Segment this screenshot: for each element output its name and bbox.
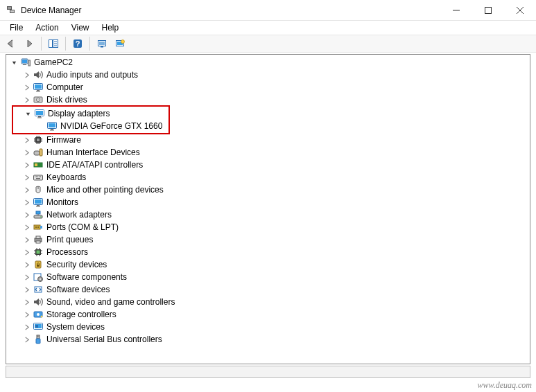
tree-item[interactable]: Computer xyxy=(6,81,530,93)
storage-icon xyxy=(33,309,44,320)
expand-arrow-icon[interactable] xyxy=(21,260,31,269)
maximize-button[interactable] xyxy=(472,0,504,21)
svg-point-27 xyxy=(37,99,38,100)
app-icon xyxy=(6,5,17,16)
svg-rect-59 xyxy=(36,177,37,177)
toolbar-separator xyxy=(41,37,42,51)
tree-item[interactable]: Mice and other pointing devices xyxy=(6,184,530,196)
svg-text:?: ? xyxy=(76,39,80,48)
tree-item[interactable]: Software devices xyxy=(6,283,530,296)
tree-item[interactable]: Keyboards xyxy=(6,171,530,184)
tree-item-label: Audio inputs and outputs xyxy=(46,70,138,80)
softdev-icon xyxy=(33,284,44,295)
menu-view[interactable]: View xyxy=(66,22,95,33)
svg-rect-1 xyxy=(485,7,492,13)
pc-icon xyxy=(20,57,31,68)
mouse-icon xyxy=(33,184,44,195)
tree-item[interactable]: Print queues xyxy=(6,233,530,246)
expand-arrow-icon[interactable] xyxy=(23,109,33,118)
svg-rect-91 xyxy=(37,265,40,267)
svg-rect-24 xyxy=(36,91,40,92)
scan-hardware-button[interactable] xyxy=(94,36,110,51)
tree-item-label: Monitors xyxy=(46,197,78,207)
expand-arrow-icon[interactable] xyxy=(21,197,31,207)
tree-item[interactable]: Software components xyxy=(6,271,530,283)
expand-arrow-icon[interactable] xyxy=(21,135,31,145)
expand-arrow-icon[interactable] xyxy=(21,222,31,232)
port-icon xyxy=(33,222,44,233)
expand-arrow-icon[interactable] xyxy=(21,160,31,170)
expand-arrow-icon[interactable] xyxy=(21,172,31,182)
tree-item-label: Human Interface Devices xyxy=(46,148,140,157)
watermark: www.deuaq.com xyxy=(478,380,532,391)
svg-rect-73 xyxy=(34,225,40,229)
tree-item[interactable]: Network adapters xyxy=(6,208,530,221)
expand-arrow-icon[interactable] xyxy=(21,185,31,195)
menubar: File Action View Help xyxy=(0,21,536,35)
minimize-button[interactable] xyxy=(440,0,472,21)
expand-arrow-icon[interactable] xyxy=(21,335,31,344)
tree-item-label: Keyboards xyxy=(46,172,86,182)
expand-arrow-icon[interactable] xyxy=(21,310,31,319)
expand-arrow-icon[interactable] xyxy=(21,247,31,257)
expand-arrow-icon[interactable] xyxy=(21,210,31,220)
tree-item[interactable]: Storage controllers xyxy=(6,308,530,321)
expand-arrow-icon[interactable] xyxy=(21,235,31,244)
tree-item[interactable]: Sound, video and game controllers xyxy=(6,296,530,308)
back-button[interactable] xyxy=(3,36,19,51)
svg-rect-33 xyxy=(49,123,55,127)
tree-item[interactable]: Disk drives xyxy=(6,93,530,106)
tree-item[interactable]: Security devices xyxy=(6,258,530,271)
tree-item[interactable]: IDE ATA/ATAPI controllers xyxy=(6,159,530,171)
expand-arrow-icon[interactable] xyxy=(21,70,31,80)
tree-item[interactable]: Human Interface Devices xyxy=(6,146,530,159)
device-tree-panel[interactable]: GamePC2Audio inputs and outputsComputerD… xyxy=(6,54,530,364)
menu-action[interactable]: Action xyxy=(30,22,64,33)
forward-button[interactable] xyxy=(21,36,37,51)
tree-item-label: Sound, video and game controllers xyxy=(46,297,175,307)
tree-item-gpu[interactable]: NVIDIA GeForce GTX 1660 xyxy=(13,120,168,132)
menu-file[interactable]: File xyxy=(4,22,28,33)
expand-arrow-icon[interactable] xyxy=(21,95,31,105)
speaker-icon xyxy=(33,296,44,308)
tree-item-label: IDE ATA/ATAPI controllers xyxy=(46,160,143,170)
help-button[interactable]: ? xyxy=(69,36,86,51)
tree-item[interactable]: Processors xyxy=(6,246,530,258)
expand-arrow-icon[interactable] xyxy=(9,57,19,67)
show-hide-tree-button[interactable] xyxy=(45,36,62,51)
tree-item-label: Mice and other pointing devices xyxy=(46,185,164,195)
expand-arrow-icon[interactable] xyxy=(21,297,31,307)
tree-item[interactable]: System devices xyxy=(6,321,530,333)
tree-item[interactable]: Ports (COM & LPT) xyxy=(6,221,530,233)
expand-arrow-icon[interactable] xyxy=(21,82,31,92)
expand-arrow-icon[interactable] xyxy=(21,148,31,157)
cpu-icon xyxy=(33,247,44,258)
close-button[interactable] xyxy=(504,0,536,21)
menu-help[interactable]: Help xyxy=(96,22,125,33)
svg-rect-81 xyxy=(37,251,40,254)
tree-item[interactable]: Universal Serial Bus controllers xyxy=(6,333,530,346)
tree-item-label: Software components xyxy=(46,272,127,282)
tree-item-display-adapters[interactable]: Display adapters xyxy=(13,107,168,120)
disk-icon xyxy=(33,94,44,105)
monitor-icon xyxy=(33,82,44,93)
tree-root[interactable]: GamePC2 xyxy=(6,56,530,69)
expand-arrow-icon[interactable] xyxy=(21,285,31,294)
tree-item[interactable]: Monitors xyxy=(6,196,530,208)
hid-icon xyxy=(33,147,44,158)
devices-printers-button[interactable] xyxy=(112,36,128,51)
svg-rect-23 xyxy=(37,90,40,91)
svg-point-16 xyxy=(121,40,125,44)
svg-rect-50 xyxy=(34,151,40,155)
expand-arrow-icon[interactable] xyxy=(21,322,31,332)
expand-arrow-icon[interactable] xyxy=(21,272,31,282)
tree-item[interactable]: Audio inputs and outputs xyxy=(6,69,530,81)
svg-rect-31 xyxy=(37,118,42,118)
svg-rect-60 xyxy=(37,177,38,177)
svg-rect-61 xyxy=(39,177,40,177)
tree-item[interactable]: Firmware xyxy=(6,134,530,146)
svg-point-75 xyxy=(35,226,37,228)
svg-rect-70 xyxy=(36,211,40,214)
svg-point-72 xyxy=(40,216,42,217)
svg-rect-68 xyxy=(36,206,40,207)
